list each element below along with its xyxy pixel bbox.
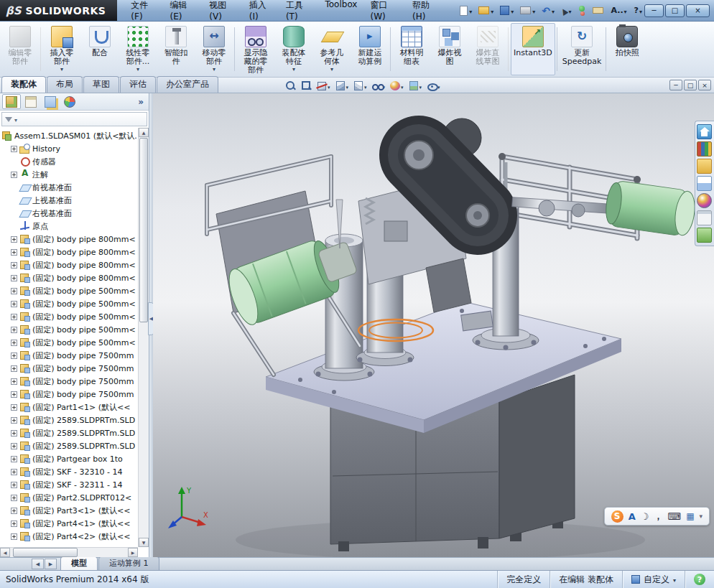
- expand-icon[interactable]: [11, 508, 17, 514]
- scrollbar-thumb[interactable]: [139, 138, 148, 322]
- tab-layout[interactable]: 布局: [47, 76, 83, 93]
- explode-line-sketch-button[interactable]: 爆炸直线草图: [469, 23, 506, 75]
- expand-icon[interactable]: [11, 314, 17, 320]
- ime-language-icon[interactable]: A: [629, 511, 636, 522]
- menu-file[interactable]: 文件(F): [124, 0, 163, 24]
- expand-icon[interactable]: [11, 262, 17, 269]
- menu-tools[interactable]: 工具(T): [279, 0, 319, 24]
- expand-icon[interactable]: [11, 288, 17, 294]
- custom-menu[interactable]: 自定义: [622, 571, 685, 588]
- help-icon[interactable]: ?: [694, 574, 705, 585]
- scroll-right-icon[interactable]: [128, 548, 138, 557]
- save-button[interactable]: [498, 4, 516, 17]
- expand-icon[interactable]: [11, 365, 17, 372]
- tree-vertical-scrollbar[interactable]: [138, 128, 149, 547]
- expand-icon[interactable]: [11, 378, 17, 385]
- doc-close-icon[interactable]: ×: [698, 80, 711, 90]
- panel-expand-button[interactable]: »: [135, 97, 147, 107]
- expand-icon[interactable]: [11, 417, 17, 424]
- tree-item[interactable]: (固定) 2589.SLDPRTm.SLD: [1, 414, 137, 426]
- mate-button[interactable]: 配合: [81, 23, 119, 75]
- tree-item[interactable]: (固定) body pipe 800mm<: [1, 258, 137, 271]
- tree-item[interactable]: 前视基准面: [1, 181, 137, 194]
- print-button[interactable]: [518, 4, 537, 17]
- expand-icon[interactable]: [11, 430, 17, 437]
- view-orientation-icon[interactable]: [334, 80, 350, 91]
- custom-properties-icon[interactable]: [697, 210, 712, 225]
- show-hidden-components-button[interactable]: 显示隐藏的零部件: [237, 23, 274, 75]
- scrollbar-thumb[interactable]: [13, 548, 78, 557]
- open-button[interactable]: [476, 4, 496, 17]
- rebuild-button[interactable]: [576, 4, 588, 17]
- move-component-button[interactable]: 移动零部件: [195, 23, 233, 75]
- expand-icon[interactable]: [11, 146, 17, 152]
- tree-item[interactable]: (固定) Part4<1> (默认<<: [1, 517, 137, 530]
- tree-item[interactable]: 原点: [1, 220, 137, 233]
- tree-item[interactable]: (固定) body pipe 500mm<: [1, 297, 137, 310]
- motion-study-tab[interactable]: 运动算例 1: [98, 556, 159, 570]
- zoom-to-area-icon[interactable]: [300, 80, 312, 91]
- ime-punctuation-icon[interactable]: ，: [654, 510, 662, 523]
- solidworks-forum-icon[interactable]: [697, 228, 712, 243]
- new-document-button[interactable]: [458, 4, 474, 17]
- ime-keyboard-icon[interactable]: ⌨: [667, 511, 681, 522]
- model-tab[interactable]: 模型: [60, 556, 98, 570]
- expand-icon[interactable]: [11, 456, 17, 462]
- linear-component-pattern-button[interactable]: 线性零部件...: [119, 23, 157, 75]
- configurationmanager-tab[interactable]: [41, 94, 60, 109]
- ime-toolbox-icon[interactable]: ▦: [686, 511, 694, 521]
- tree-item[interactable]: (固定) body pipe 7500mm: [1, 375, 137, 388]
- ime-halfwidth-icon[interactable]: ☽: [641, 511, 649, 522]
- update-speedpak-button[interactable]: 更新Speedpak: [560, 23, 605, 75]
- expand-icon[interactable]: [11, 236, 17, 243]
- scroll-up-icon[interactable]: [139, 128, 149, 137]
- menu-edit[interactable]: 编辑(E): [164, 0, 203, 24]
- tree-item[interactable]: (固定) body pipe 7500mm: [1, 388, 137, 401]
- expand-icon[interactable]: [11, 443, 17, 449]
- expand-icon[interactable]: [11, 533, 17, 540]
- tree-item[interactable]: (固定) Partgear box 1to: [1, 452, 137, 465]
- reference-geometry-button[interactable]: 参考几何体: [313, 23, 351, 75]
- close-button[interactable]: ×: [686, 4, 710, 17]
- tree-item[interactable]: (固定) body pipe 500mm<: [1, 284, 137, 297]
- bill-of-materials-button[interactable]: 材料明细表: [393, 23, 430, 75]
- tree-item[interactable]: (固定) body pipe 800mm<: [1, 271, 137, 284]
- featuremanager-tab[interactable]: [2, 94, 21, 109]
- tree-item[interactable]: (固定) Part3<1> (默认<<: [1, 504, 137, 517]
- zoom-to-fit-icon[interactable]: [284, 80, 297, 91]
- hide-show-items-icon[interactable]: [371, 80, 386, 91]
- tree-item[interactable]: (固定) 2589.SLDPRTm.SLD: [1, 439, 137, 452]
- menu-view[interactable]: 视图(V): [203, 0, 242, 24]
- expand-icon[interactable]: [11, 172, 17, 178]
- instant3d-button[interactable]: Instant3D: [511, 23, 555, 75]
- propertymanager-tab[interactable]: [22, 94, 40, 109]
- tree-item[interactable]: (固定) Part1<1> (默认<<: [1, 401, 137, 414]
- tree-item[interactable]: History: [1, 142, 137, 155]
- expand-icon[interactable]: [11, 404, 17, 411]
- menu-window[interactable]: 窗口(W): [363, 0, 406, 24]
- edit-appearance-icon[interactable]: [389, 80, 404, 91]
- tree-item[interactable]: (固定) body pipe 7500mm: [1, 362, 137, 375]
- expand-icon[interactable]: [11, 249, 17, 256]
- maximize-button[interactable]: □: [665, 4, 685, 17]
- section-view-icon[interactable]: [315, 80, 331, 91]
- doc-minimize-icon[interactable]: ─: [669, 80, 682, 90]
- file-explorer-icon[interactable]: [697, 159, 712, 174]
- expand-icon[interactable]: [11, 469, 17, 475]
- take-snapshot-button[interactable]: 拍快照: [608, 23, 646, 75]
- select-button[interactable]: [559, 4, 573, 17]
- view-settings-icon[interactable]: [425, 80, 441, 91]
- menu-insert[interactable]: 插入(I): [243, 0, 279, 24]
- selection-filter-bar[interactable]: [1, 112, 147, 126]
- insert-components-button[interactable]: 插入零部件: [43, 23, 80, 75]
- tab-evaluate[interactable]: 评估: [120, 76, 156, 93]
- minimize-button[interactable]: ─: [644, 4, 664, 17]
- graphics-area[interactable]: SA☽，⌨▦▾ Y X: [153, 93, 714, 557]
- expand-icon[interactable]: [11, 353, 17, 359]
- appearances-scenes-icon[interactable]: [697, 193, 712, 208]
- expand-icon[interactable]: [11, 327, 17, 333]
- menu-help[interactable]: 帮助(H): [406, 0, 446, 24]
- tree-item[interactable]: 传感器: [1, 155, 137, 168]
- tab-sketch[interactable]: 草图: [83, 76, 119, 93]
- display-style-icon[interactable]: [352, 80, 368, 91]
